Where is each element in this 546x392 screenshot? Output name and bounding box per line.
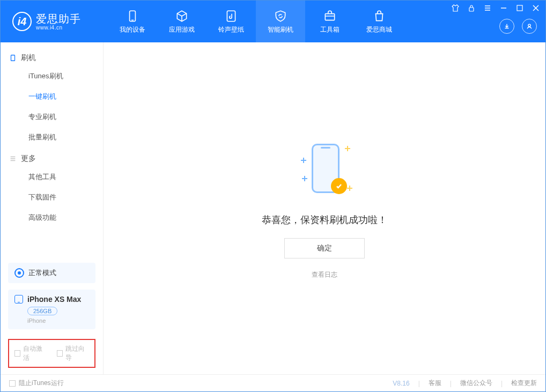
app-name: 爱思助手 (36, 13, 81, 25)
sidebar-item-download-firmware[interactable]: 下载固件 (1, 187, 103, 208)
profile-button[interactable] (522, 19, 537, 34)
maximize-button[interactable] (515, 4, 524, 12)
ok-button[interactable]: 确定 (284, 238, 365, 258)
shield-sync-icon (274, 9, 287, 23)
nav-label: 我的设备 (120, 25, 145, 34)
sidebar-group-title: 刷机 (21, 53, 36, 63)
nav-apps-games[interactable]: 应用游戏 (157, 1, 206, 42)
bag-icon (372, 9, 386, 23)
mode-icon (14, 268, 24, 278)
options-row-highlighted: 自动激活 跳过向导 (8, 339, 95, 368)
shirt-icon[interactable] (451, 4, 460, 12)
checkbox-icon (9, 380, 16, 387)
support-link[interactable]: 客服 (429, 379, 441, 388)
app-window: i4 爱思助手 www.i4.cn 我的设备 应用游戏 铃声壁纸 智能刷机 (0, 0, 546, 392)
app-url: www.i4.cn (36, 25, 81, 31)
statusbar: 阻止iTunes运行 V8.16 | 客服 | 微信公众号 | 检查更新 (1, 374, 545, 391)
sparkle-icon (348, 187, 351, 190)
music-file-icon (224, 9, 238, 23)
device-storage: 256GB (27, 307, 57, 315)
window-controls (451, 4, 540, 12)
nav-label: 铃声壁纸 (218, 25, 244, 34)
svg-rect-3 (325, 13, 334, 20)
nav-ringtone-wallpaper[interactable]: 铃声壁纸 (206, 1, 256, 42)
device-card[interactable]: iPhone XS Max 256GB iPhone (8, 290, 95, 329)
sidebar-item-other-tools[interactable]: 其他工具 (1, 167, 103, 187)
check-update-link[interactable]: 检查更新 (511, 379, 537, 388)
mode-card[interactable]: 正常模式 (8, 263, 95, 283)
svg-rect-9 (517, 5, 522, 11)
minimize-button[interactable] (499, 4, 508, 12)
phone-small-icon (9, 54, 17, 62)
mode-label: 正常模式 (28, 268, 56, 278)
success-illustration (292, 137, 357, 202)
download-button[interactable] (499, 19, 514, 34)
wechat-link[interactable]: 微信公众号 (460, 379, 492, 388)
nav-toolbox[interactable]: 工具箱 (305, 1, 355, 42)
option-auto-activate[interactable]: 自动激活 (14, 344, 47, 363)
sidebar-group-title: 更多 (21, 154, 36, 164)
sidebar: 刷机 iTunes刷机 一键刷机 专业刷机 批量刷机 更多 其他工具 下载固件 … (1, 42, 104, 374)
nav-label: 应用游戏 (169, 25, 195, 34)
nav-label: 工具箱 (320, 25, 340, 34)
logo-icon: i4 (12, 12, 32, 31)
titlebar: i4 爱思助手 www.i4.cn 我的设备 应用游戏 铃声壁纸 智能刷机 (1, 1, 545, 42)
close-button[interactable] (532, 4, 540, 12)
sparkle-icon (303, 177, 306, 180)
toolbox-icon (323, 9, 337, 23)
option-label: 自动激活 (23, 344, 47, 363)
lock-icon[interactable] (467, 4, 476, 12)
download-icon (503, 23, 511, 30)
view-log-link[interactable]: 查看日志 (312, 270, 337, 279)
sidebar-item-batch-flash[interactable]: 批量刷机 (1, 127, 103, 147)
svg-point-12 (528, 24, 530, 26)
option-label: 跳过向导 (65, 344, 89, 363)
block-itunes-option[interactable]: 阻止iTunes运行 (9, 379, 64, 388)
list-icon (9, 155, 17, 162)
block-itunes-label: 阻止iTunes运行 (19, 379, 64, 388)
sparkle-icon (346, 147, 349, 150)
nav-store[interactable]: 爱思商城 (355, 1, 404, 42)
device-icon (14, 295, 23, 304)
version-text: V8.16 (393, 380, 409, 387)
nav-smart-flash[interactable]: 智能刷机 (256, 1, 305, 42)
menu-icon[interactable] (483, 4, 492, 12)
nav-my-device[interactable]: 我的设备 (108, 1, 157, 42)
main-content: 恭喜您，保资料刷机成功啦！ 确定 查看日志 (104, 42, 545, 374)
svg-rect-13 (11, 55, 15, 61)
sidebar-item-advanced[interactable]: 高级功能 (1, 208, 103, 228)
option-skip-guide[interactable]: 跳过向导 (57, 344, 90, 363)
sidebar-item-itunes-flash[interactable]: iTunes刷机 (1, 66, 103, 86)
sidebar-item-onekey-flash[interactable]: 一键刷机 (1, 86, 103, 107)
titlebar-right (451, 1, 545, 42)
separator: | (450, 380, 452, 387)
user-icon (526, 23, 533, 30)
sidebar-item-pro-flash[interactable]: 专业刷机 (1, 107, 103, 127)
check-icon (335, 182, 343, 190)
success-message: 恭喜您，保资料刷机成功啦！ (262, 213, 387, 226)
nav-label: 爱思商城 (366, 25, 392, 34)
sidebar-group-flash: 刷机 (1, 47, 103, 66)
phone-icon (126, 9, 139, 23)
checkbox-icon (14, 350, 20, 357)
separator: | (501, 380, 503, 387)
separator: | (418, 380, 420, 387)
svg-rect-2 (227, 11, 235, 21)
cube-icon (175, 9, 189, 23)
body: 刷机 iTunes刷机 一键刷机 专业刷机 批量刷机 更多 其他工具 下载固件 … (1, 42, 545, 374)
svg-rect-4 (469, 8, 474, 11)
device-name: iPhone XS Max (27, 295, 81, 304)
success-panel: 恭喜您，保资料刷机成功啦！ 确定 查看日志 (262, 137, 387, 279)
nav-label: 智能刷机 (268, 25, 293, 34)
logo[interactable]: i4 爱思助手 www.i4.cn (1, 1, 108, 42)
checkbox-icon (57, 350, 63, 357)
sidebar-group-more: 更多 (1, 147, 103, 167)
sparkle-icon (302, 159, 305, 162)
device-subtitle: iPhone (27, 317, 89, 324)
nav-tabs: 我的设备 应用游戏 铃声壁纸 智能刷机 工具箱 爱思商城 (108, 1, 404, 42)
check-badge-icon (331, 178, 347, 194)
